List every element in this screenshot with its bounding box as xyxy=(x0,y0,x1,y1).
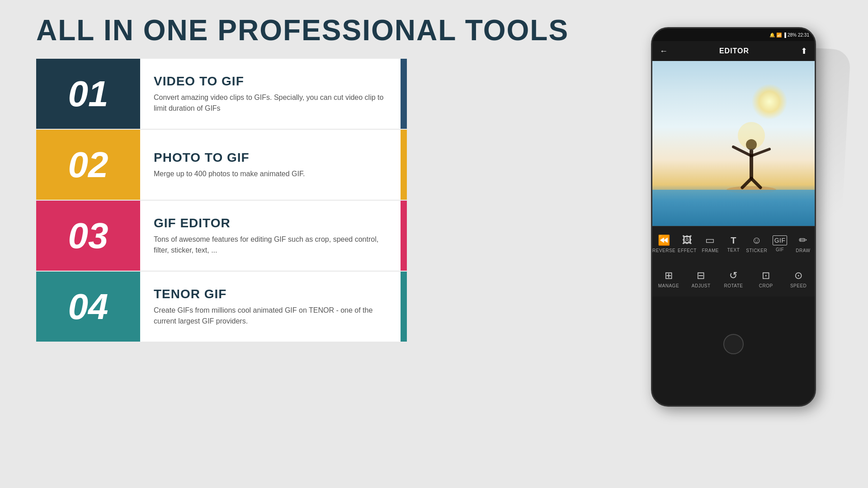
feature-title-3: GIF EDITOR xyxy=(154,216,393,230)
sticker-icon: ☺ xyxy=(751,235,762,246)
feature-row-4: 04 TENOR GIF Create GIFs from millions c… xyxy=(36,272,407,342)
phone-bottom-fill xyxy=(652,296,815,333)
phone-body: 🔔 📶 ▐ 28% 22:31 ← EDITOR ⬆ xyxy=(651,27,816,407)
tool-speed[interactable]: ⊙ SPEED xyxy=(787,270,810,288)
svg-line-5 xyxy=(742,178,751,188)
tool-gif[interactable]: GIF GIF xyxy=(769,235,791,252)
tool-sticker[interactable]: ☺ STICKER xyxy=(745,235,768,253)
gif-label: GIF xyxy=(776,247,784,252)
feature-desc-3: Tons of awesome features for editing GIF… xyxy=(154,234,393,256)
feature-title-4: TENOR GIF xyxy=(154,287,393,301)
toolbar-row-2: ⊞ MANAGE ⊟ ADJUST ↺ ROTATE ⊡ CROP ⊙ SPEE… xyxy=(652,261,815,296)
signal-icon: ▐ xyxy=(783,33,786,38)
back-button[interactable]: ← xyxy=(660,47,668,56)
crop-icon: ⊡ xyxy=(762,270,770,282)
feature-accent-2 xyxy=(401,130,407,200)
tool-rotate[interactable]: ↺ ROTATE xyxy=(722,270,745,288)
tool-draw[interactable]: ✏ DRAW xyxy=(792,235,814,253)
editor-canvas xyxy=(652,61,815,226)
tool-text[interactable]: T TEXT xyxy=(722,235,745,253)
frame-icon: ▭ xyxy=(705,235,715,246)
effect-label: EFFECT xyxy=(678,248,697,253)
reverse-icon: ⏪ xyxy=(658,235,670,246)
text-label: TEXT xyxy=(727,248,740,253)
tool-reverse[interactable]: ⏪ REVERSE xyxy=(653,235,675,253)
feature-number-3: 03 xyxy=(68,215,108,257)
manage-label: MANAGE xyxy=(658,283,679,288)
draw-label: DRAW xyxy=(796,248,810,253)
svg-point-7 xyxy=(738,122,765,149)
tool-crop[interactable]: ⊡ CROP xyxy=(755,270,777,288)
manage-icon: ⊞ xyxy=(665,270,673,282)
page-title: ALL IN ONE PROFESSIONAL TOOLS xyxy=(36,14,569,47)
feature-content-2: PHOTO TO GIF Merge up to 400 photos to m… xyxy=(140,130,407,200)
tool-manage[interactable]: ⊞ MANAGE xyxy=(657,270,680,288)
tool-frame[interactable]: ▭ FRAME xyxy=(699,235,722,253)
feature-number-box-2: 02 xyxy=(36,130,140,200)
feature-number-box-3: 03 xyxy=(36,201,140,271)
editor-title: EDITOR xyxy=(719,47,749,55)
feature-number-4: 04 xyxy=(68,286,108,328)
draw-icon: ✏ xyxy=(799,235,807,246)
feature-number-box-1: 01 xyxy=(36,59,140,129)
alarm-icon: 🔔 xyxy=(769,33,775,38)
adjust-icon: ⊟ xyxy=(697,270,705,282)
feature-row-1: 01 VIDEO TO GIF Convert amazing video cl… xyxy=(36,59,407,129)
features-list: 01 VIDEO TO GIF Convert amazing video cl… xyxy=(36,59,407,343)
status-bar: 🔔 📶 ▐ 28% 22:31 xyxy=(652,28,815,41)
battery-label: 28% xyxy=(788,33,797,38)
feature-desc-4: Create GIFs from millions cool animated … xyxy=(154,305,393,327)
rotate-label: ROTATE xyxy=(724,283,743,288)
surfer-image xyxy=(724,108,778,199)
home-button-area xyxy=(652,333,815,355)
sticker-label: STICKER xyxy=(746,248,767,253)
phone-mockup: 🔔 📶 ▐ 28% 22:31 ← EDITOR ⬆ xyxy=(651,27,841,443)
feature-accent-3 xyxy=(401,201,407,271)
feature-content-1: VIDEO TO GIF Convert amazing video clips… xyxy=(140,59,407,129)
adjust-label: ADJUST xyxy=(692,283,711,288)
tool-adjust[interactable]: ⊟ ADJUST xyxy=(690,270,712,288)
gif-icon: GIF xyxy=(773,235,788,245)
toolbar-row-1: ⏪ REVERSE 🖼 EFFECT ▭ FRAME T TEXT ☺ STIC… xyxy=(652,226,815,261)
crop-label: CROP xyxy=(759,283,773,288)
feature-accent-4 xyxy=(401,272,407,342)
feature-row-2: 02 PHOTO TO GIF Merge up to 400 photos t… xyxy=(36,130,407,200)
svg-line-6 xyxy=(751,178,760,188)
speed-icon: ⊙ xyxy=(794,270,803,282)
reverse-label: REVERSE xyxy=(652,248,675,253)
frame-label: FRAME xyxy=(702,248,719,253)
feature-row-3: 03 GIF EDITOR Tons of awesome features f… xyxy=(36,201,407,271)
wifi-icon: 📶 xyxy=(776,33,782,38)
upload-button[interactable]: ⬆ xyxy=(801,46,807,56)
time-label: 22:31 xyxy=(798,33,809,38)
feature-content-4: TENOR GIF Create GIFs from millions cool… xyxy=(140,272,407,342)
feature-number-2: 02 xyxy=(68,144,108,186)
feature-desc-2: Merge up to 400 photos to make animated … xyxy=(154,169,393,179)
status-icons: 🔔 📶 ▐ 28% 22:31 xyxy=(769,33,809,38)
svg-line-4 xyxy=(751,149,769,156)
speed-label: SPEED xyxy=(790,283,807,288)
editor-header: ← EDITOR ⬆ xyxy=(652,41,815,61)
feature-number-box-4: 04 xyxy=(36,272,140,342)
text-icon: T xyxy=(731,235,736,246)
effect-icon: 🖼 xyxy=(682,235,693,246)
ocean-wave xyxy=(652,190,815,226)
feature-title-1: VIDEO TO GIF xyxy=(154,74,393,89)
feature-accent-1 xyxy=(401,59,407,129)
feature-number-1: 01 xyxy=(68,73,108,115)
rotate-icon: ↺ xyxy=(729,270,738,282)
feature-content-3: GIF EDITOR Tons of awesome features for … xyxy=(140,201,407,271)
tool-effect[interactable]: 🖼 EFFECT xyxy=(676,235,698,253)
feature-title-2: PHOTO TO GIF xyxy=(154,150,393,165)
feature-desc-1: Convert amazing video clips to GIFs. Spe… xyxy=(154,92,393,114)
home-button[interactable] xyxy=(723,334,744,354)
